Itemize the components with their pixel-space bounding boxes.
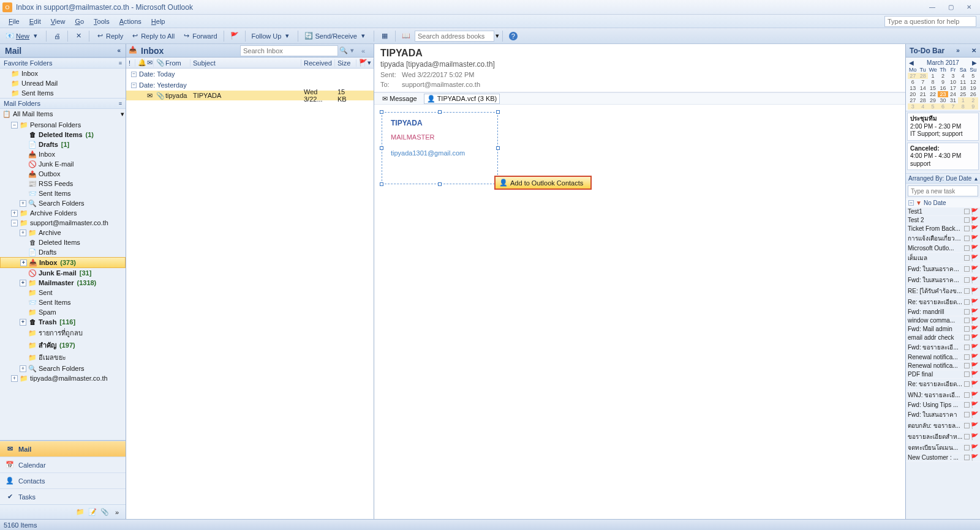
flag-icon[interactable]: 🚩	[971, 217, 978, 223]
favorites-header[interactable]: Favorite Folders≡	[0, 58, 126, 69]
cal-day[interactable]: 31	[948, 97, 958, 103]
nav-calendar[interactable]: 📅Calendar	[0, 457, 126, 472]
help-button[interactable]: ?	[506, 31, 521, 42]
nav-mail[interactable]: ✉Mail	[0, 441, 126, 457]
folder-inbox[interactable]: +📥Inbox(373)	[0, 257, 126, 268]
task-checkbox[interactable]	[964, 392, 970, 398]
menu-help[interactable]: Help	[146, 17, 170, 26]
task-row[interactable]: New Customer : ...🚩	[906, 453, 980, 462]
cal-day[interactable]: 10	[948, 79, 958, 85]
task-checkbox[interactable]	[964, 217, 970, 223]
addressbook-button[interactable]: 📖	[399, 31, 413, 42]
task-row[interactable]: จดทะเบียนโดเมน...🚩	[906, 442, 980, 453]
cal-day[interactable]: 1	[958, 97, 968, 103]
flag-icon[interactable]: 🚩	[971, 411, 978, 418]
fav-sent-items[interactable]: 📁Sent Items	[0, 88, 126, 98]
flag-icon[interactable]: 🚩	[971, 266, 978, 272]
task-checkbox[interactable]	[964, 236, 970, 241]
col-icon[interactable]: ✉	[145, 59, 154, 67]
folder-deleted-items[interactable]: 🗑Deleted Items(1)	[0, 130, 126, 140]
search-expand-icon[interactable]: «	[361, 47, 371, 54]
cal-prev-icon[interactable]: ◀	[909, 59, 914, 66]
all-mail-items[interactable]: 📋All Mail Items▾	[0, 109, 126, 119]
cal-day[interactable]: 17	[948, 85, 958, 91]
task-row[interactable]: Fwd: ขอรายละเอี...🚩	[906, 342, 980, 353]
mini-calendar[interactable]: ◀March 2017▶ MoTuWeThFrSaSu2728123456789…	[906, 58, 980, 111]
col-subject[interactable]: Subject	[190, 59, 301, 67]
task-row[interactable]: ตอบกลับ: ขอรายล...🚩	[906, 420, 980, 431]
task-row[interactable]: Ticket From Back...🚩	[906, 225, 980, 233]
task-checkbox[interactable]	[964, 445, 970, 450]
sendreceive-button[interactable]: 🔄Send/Receive▾	[301, 31, 371, 42]
task-checkbox[interactable]	[964, 335, 970, 340]
task-checkbox[interactable]	[964, 354, 970, 360]
task-row[interactable]: Re: ขอรายละเอียด...🚩	[906, 297, 980, 308]
cal-day[interactable]: 4	[918, 103, 927, 110]
cal-day[interactable]: 3	[908, 103, 918, 110]
flag-icon[interactable]: 🚩	[971, 277, 978, 283]
cal-day[interactable]: 29	[928, 97, 938, 103]
attach-message-tab[interactable]: ✉Message	[379, 94, 420, 104]
task-checkbox[interactable]	[964, 402, 970, 408]
task-row[interactable]: Test1🚩	[906, 207, 980, 216]
folder-outbox[interactable]: 📤Outbox	[0, 169, 126, 179]
help-input[interactable]	[884, 16, 976, 27]
fav-unread-mail[interactable]: 📁Unread Mail	[0, 78, 126, 88]
menu-edit[interactable]: Edit	[24, 17, 46, 26]
flag-icon[interactable]: 🚩	[971, 362, 978, 369]
task-checkbox[interactable]	[964, 266, 970, 272]
search-icon[interactable]: 🔍	[339, 47, 349, 54]
flag-icon[interactable]: 🚩	[971, 288, 978, 294]
delete-button[interactable]: ✕	[71, 31, 86, 42]
cal-next-icon[interactable]: ▶	[972, 59, 977, 66]
task-row[interactable]: ขอรายละเอียดสำห...🚩	[906, 431, 980, 442]
task-checkbox[interactable]	[964, 455, 970, 460]
cal-day[interactable]: 16	[938, 85, 948, 91]
flag-icon[interactable]: 🚩	[971, 344, 978, 351]
task-checkbox[interactable]	[964, 288, 970, 294]
cal-day[interactable]: 13	[908, 85, 918, 91]
cal-day[interactable]: 6	[908, 79, 918, 85]
cal-day[interactable]: 18	[958, 85, 968, 91]
folder-archive-folders[interactable]: +📁Archive Folders	[0, 208, 126, 218]
task-row[interactable]: Microsoft Outlo...🚩	[906, 244, 980, 253]
folder------[interactable]: 📁สำคัญ(197)	[0, 339, 126, 351]
folder-drafts[interactable]: 📄Drafts[1]	[0, 140, 126, 149]
cal-day[interactable]: 23	[938, 91, 948, 97]
cal-day[interactable]: 1	[928, 73, 938, 79]
shortcut-folder-icon[interactable]: 📁	[75, 507, 85, 517]
collapse-nav-icon[interactable]: «	[117, 47, 121, 54]
flag-icon[interactable]: 🚩	[971, 371, 978, 378]
cal-day[interactable]: 9	[938, 79, 948, 85]
task-checkbox[interactable]	[964, 412, 970, 417]
folder-junk-e-mail[interactable]: 🚫Junk E-mail[31]	[0, 268, 126, 278]
menu-go[interactable]: Go	[70, 17, 89, 26]
task-row[interactable]: Fwd: ใบเสนอราค...🚩	[906, 264, 980, 275]
cal-day[interactable]: 26	[968, 91, 978, 97]
expand-icon[interactable]: −	[11, 122, 18, 129]
cal-day[interactable]: 5	[968, 73, 978, 79]
task-row[interactable]: เต็มเมล🚩	[906, 253, 980, 264]
nav-contacts[interactable]: 👤Contacts	[0, 472, 126, 488]
flag-icon[interactable]: 🚩	[971, 392, 978, 398]
task-checkbox[interactable]	[964, 277, 970, 283]
cal-day[interactable]: 6	[938, 103, 948, 110]
task-checkbox[interactable]	[964, 381, 970, 387]
forward-button[interactable]: ↪Forward	[179, 31, 220, 42]
cal-day[interactable]: 28	[918, 73, 927, 79]
folder-rss-feeds[interactable]: 📰RSS Feeds	[0, 179, 126, 188]
flag-icon[interactable]: 🚩	[971, 317, 978, 324]
task-checkbox[interactable]	[964, 326, 970, 332]
flag-icon[interactable]: 🚩	[971, 454, 978, 461]
folder-spam[interactable]: 📁Spam	[0, 307, 126, 317]
expand-icon[interactable]: +	[11, 375, 18, 382]
folder-personal-folders[interactable]: −📁Personal Folders	[0, 120, 126, 130]
folder-inbox[interactable]: 📥Inbox	[0, 149, 126, 159]
col-size[interactable]: Size	[335, 59, 356, 67]
task-row[interactable]: PDF final🚩	[906, 370, 980, 379]
folder-sent-items[interactable]: 📨Sent Items	[0, 188, 126, 198]
folder-tipyada-mailmaster-co-th[interactable]: +📁tipyada@mailmaster.co.th	[0, 373, 126, 383]
expand-icon[interactable]: +	[20, 259, 27, 266]
col-reminder[interactable]: 🔔	[135, 59, 145, 67]
cal-day[interactable]: 12	[968, 79, 978, 85]
